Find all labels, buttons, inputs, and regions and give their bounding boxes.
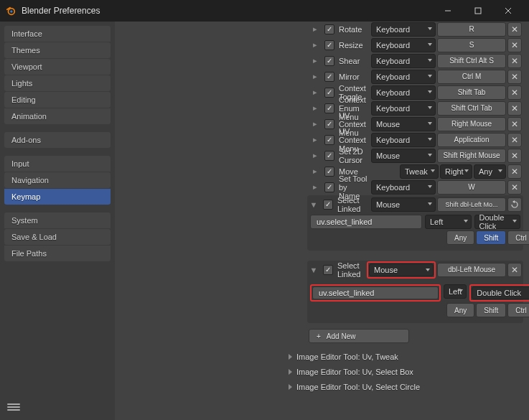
enable-checkbox[interactable] (324, 167, 334, 177)
hamburger-menu-icon[interactable] (7, 403, 20, 411)
keymap-group[interactable]: Image Editor Tool: Uv, Select Box (289, 364, 529, 379)
remove-button[interactable]: ✕ (507, 85, 522, 100)
input-type-select[interactable]: Keyboard (371, 54, 436, 68)
expand-icon[interactable]: ▸ (310, 40, 320, 50)
enable-checkbox[interactable] (324, 103, 334, 113)
key-binding-button[interactable]: S (437, 38, 506, 52)
sidebar-item-save-load[interactable]: Save & Load (4, 229, 111, 245)
input-type-select[interactable]: Keyboard (371, 101, 436, 116)
input-type-select[interactable]: Mouse (371, 149, 436, 163)
expand-icon[interactable]: ▸ (310, 56, 320, 65)
enable-checkbox[interactable] (324, 24, 334, 34)
enable-checkbox[interactable] (323, 265, 333, 275)
expand-icon[interactable]: ▸ (310, 135, 320, 144)
expand-icon[interactable] (289, 354, 292, 360)
enable-checkbox[interactable] (324, 151, 334, 161)
sidebar-item-keymap[interactable]: Keymap (4, 189, 111, 205)
mouse-button-select[interactable]: Left (444, 284, 467, 299)
sidebar-item-file-paths[interactable]: File Paths (4, 246, 111, 261)
input-type-select[interactable]: Keyboard (371, 70, 436, 84)
enable-checkbox[interactable] (324, 72, 334, 82)
remove-button[interactable]: ✕ (507, 180, 522, 195)
sidebar-item-system[interactable]: System (4, 213, 111, 228)
sidebar-item-navigation[interactable]: Navigation (4, 172, 111, 188)
enable-checkbox[interactable] (324, 119, 334, 129)
input-type-select[interactable]: Mouse (371, 197, 436, 212)
input-type-select[interactable]: Keyboard (371, 180, 436, 195)
collapse-icon[interactable]: ▼ (309, 266, 319, 274)
keymap-group[interactable]: Image Editor Tool: Uv, Tweak (289, 349, 529, 364)
key-binding-button[interactable]: Shift dbl-Left Mo... (437, 197, 506, 212)
sidebar-item-themes[interactable]: Themes (4, 42, 111, 58)
remove-button[interactable]: ✕ (507, 38, 522, 52)
input-type-select[interactable]: Tweak (400, 164, 439, 179)
tweak-any-select[interactable]: Any (474, 164, 506, 179)
modifier-ctrl[interactable]: Ctrl (507, 303, 529, 317)
remove-button[interactable]: ✕ (507, 101, 522, 116)
event-type-select[interactable]: Double Click (474, 215, 521, 229)
key-binding-button[interactable]: Shift Ctrl Alt S (437, 54, 506, 68)
remove-button[interactable]: ✕ (507, 117, 522, 131)
sidebar-item-viewport[interactable]: Viewport (4, 59, 111, 75)
restore-button[interactable] (507, 197, 522, 212)
remove-button[interactable]: ✕ (507, 164, 522, 179)
key-binding-button[interactable]: Shift Ctrl Tab (437, 101, 506, 116)
expand-icon[interactable]: ▸ (310, 182, 320, 192)
remove-button[interactable]: ✕ (507, 133, 522, 147)
sidebar-item-add-ons[interactable]: Add-ons (4, 132, 111, 148)
sidebar-item-animation[interactable]: Animation (4, 108, 111, 124)
minimize-button[interactable] (433, 0, 463, 22)
add-new-button[interactable]: + Add New (309, 329, 409, 343)
expand-icon[interactable] (289, 384, 292, 390)
sidebar-item-lights[interactable]: Lights (4, 75, 111, 91)
sidebar-item-interface[interactable]: Interface (4, 26, 111, 42)
remove-button[interactable]: ✕ (507, 54, 522, 68)
sidebar-item-input[interactable]: Input (4, 156, 111, 172)
expand-icon[interactable]: ▸ (310, 119, 320, 129)
key-binding-button[interactable]: R (437, 22, 506, 37)
expand-icon[interactable]: ▸ (310, 72, 320, 81)
operator-input[interactable] (312, 286, 439, 299)
enable-checkbox[interactable] (324, 88, 334, 98)
mouse-button-select[interactable]: Left (425, 215, 472, 229)
keymap-group[interactable]: Image Editor Tool: Uv, Select Circle (289, 379, 529, 394)
key-binding-button[interactable]: Application (437, 133, 506, 147)
modifier-shift[interactable]: Shift (476, 230, 506, 245)
expand-icon[interactable]: ▸ (310, 24, 320, 34)
input-type-select[interactable]: Keyboard (371, 22, 436, 37)
key-binding-button[interactable]: Right Mouse (437, 117, 506, 131)
expand-icon[interactable]: ▸ (310, 151, 320, 160)
remove-button[interactable]: ✕ (507, 263, 522, 277)
key-binding-button[interactable]: Shift Right Mouse (437, 149, 506, 163)
remove-button[interactable]: ✕ (507, 22, 522, 37)
maximize-button[interactable] (463, 0, 493, 22)
sidebar-item-editing[interactable]: Editing (4, 92, 111, 108)
operator-input[interactable] (310, 215, 422, 229)
collapse-icon[interactable]: ▼ (309, 200, 319, 209)
input-type-select[interactable]: Mouse (371, 117, 436, 131)
modifier-ctrl[interactable]: Ctrl (507, 230, 529, 245)
input-type-select[interactable]: Keyboard (371, 85, 436, 100)
enable-checkbox[interactable] (323, 200, 333, 210)
modifier-any[interactable]: Any (446, 230, 474, 245)
event-type-select[interactable]: Double Click (472, 286, 529, 299)
expand-icon[interactable]: ▸ (310, 167, 320, 176)
input-type-select[interactable]: Mouse (369, 263, 434, 276)
input-type-select[interactable]: Keyboard (371, 38, 436, 52)
tweak-dir-select[interactable]: Right (440, 164, 472, 179)
remove-button[interactable]: ✕ (507, 70, 522, 84)
expand-icon[interactable]: ▸ (310, 103, 320, 113)
key-binding-button[interactable]: dbl-Left Mouse (437, 263, 506, 277)
key-binding-button[interactable]: W (437, 180, 506, 195)
modifier-any[interactable]: Any (446, 303, 474, 317)
enable-checkbox[interactable] (324, 40, 334, 50)
enable-checkbox[interactable] (324, 182, 334, 192)
input-type-select[interactable]: Keyboard (371, 133, 436, 147)
close-button[interactable] (493, 0, 523, 22)
enable-checkbox[interactable] (324, 135, 334, 145)
remove-button[interactable]: ✕ (507, 149, 522, 163)
key-binding-button[interactable]: Shift Tab (437, 85, 506, 100)
enable-checkbox[interactable] (324, 56, 334, 66)
expand-icon[interactable]: ▸ (310, 88, 320, 97)
expand-icon[interactable] (289, 369, 292, 375)
